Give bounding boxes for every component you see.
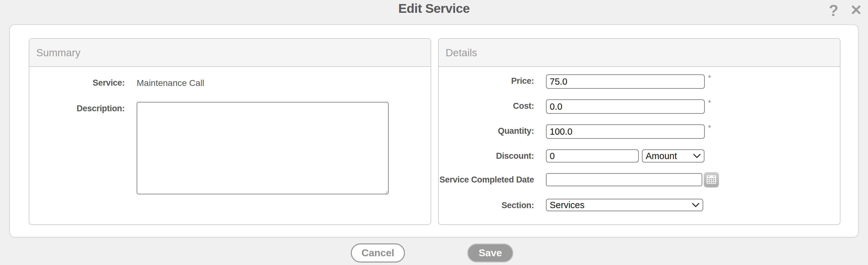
summary-panel-header: Summary — [29, 39, 431, 67]
service-completed-date-label: Service Completed Date — [439, 173, 534, 185]
help-icon[interactable]: ? — [824, 1, 843, 21]
save-button[interactable]: Save — [467, 243, 514, 263]
section-label: Section: — [439, 199, 534, 210]
cancel-button[interactable]: Cancel — [351, 243, 405, 263]
quantity-input[interactable] — [546, 124, 705, 139]
description-label: Description: — [29, 102, 125, 113]
cost-label: Cost: — [439, 99, 534, 111]
calendar-button[interactable] — [704, 172, 719, 187]
details-panel: Details Price: * Cost: * Quantity: — [438, 38, 840, 225]
calendar-icon — [706, 174, 717, 186]
required-marker: * — [708, 123, 711, 133]
price-input[interactable] — [546, 74, 705, 89]
service-row: Service: Maintenance Call — [29, 76, 431, 88]
description-row: Description: — [29, 102, 431, 194]
discount-type-select[interactable]: Amount — [642, 150, 705, 163]
edit-service-dialog: Summary Service: Maintenance Call Descri… — [9, 24, 859, 237]
cost-input[interactable] — [546, 99, 705, 114]
cost-row: Cost: * — [439, 99, 840, 114]
close-icon[interactable]: ✕ — [846, 0, 866, 20]
price-row: Price: * — [439, 74, 840, 89]
required-marker: * — [708, 73, 711, 83]
quantity-row: Quantity: * — [439, 124, 840, 139]
required-marker: * — [708, 98, 711, 108]
summary-panel-body: Service: Maintenance Call Description: — [29, 76, 431, 194]
summary-panel: Summary Service: Maintenance Call Descri… — [29, 38, 431, 225]
page-title: Edit Service — [0, 1, 868, 16]
service-completed-date-row: Service Completed Date — [439, 173, 840, 188]
service-value: Maintenance Call — [137, 76, 204, 88]
description-input[interactable] — [137, 102, 389, 194]
discount-input[interactable] — [546, 150, 639, 163]
details-panel-body: Price: * Cost: * Quantity: — [439, 74, 840, 211]
section-select[interactable]: Services — [546, 199, 703, 211]
service-label: Service: — [29, 76, 125, 88]
discount-label: Discount: — [439, 150, 534, 161]
discount-row: Discount: Amount — [439, 150, 840, 163]
section-row: Section: Services — [439, 199, 840, 211]
quantity-label: Quantity: — [439, 124, 534, 136]
price-label: Price: — [439, 74, 534, 86]
service-completed-date-input[interactable] — [546, 173, 702, 186]
details-panel-header: Details — [439, 39, 840, 67]
